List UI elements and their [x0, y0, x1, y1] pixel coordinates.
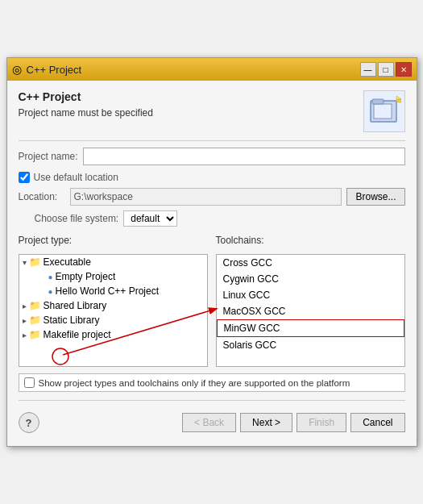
tree-item-shared-library[interactable]: ▸ 📁 Shared Library: [19, 298, 207, 313]
platform-label: Show project types and toolchains only i…: [39, 378, 350, 388]
header-icon: [363, 90, 405, 132]
tree-label-hello-world: Hello World C++ Project: [56, 285, 160, 297]
tree-item-empty-project[interactable]: ● Empty Project: [19, 269, 207, 284]
tree-item-executable[interactable]: ▾ 📁 Executable: [19, 255, 207, 269]
toolchain-panel: Cross GCC Cygwin GCC Linux GCC MacOSX GC…: [216, 254, 405, 367]
window-icon: ◎: [12, 63, 22, 76]
tree-label-empty-project: Empty Project: [56, 271, 116, 282]
toolchain-mingw-gcc[interactable]: MinGW GCC: [217, 319, 404, 337]
tree-expand-icon-3: ▸: [23, 316, 27, 325]
title-bar-left: ◎ C++ Project: [12, 63, 82, 76]
window-title: C++ Project: [27, 64, 82, 76]
minimize-button[interactable]: —: [360, 62, 376, 77]
tree-expand-icon-4: ▸: [23, 331, 27, 339]
tree-item-static-library[interactable]: ▸ 📁 Static Library: [19, 313, 207, 327]
filesystem-row: Choose file system: default: [19, 210, 405, 227]
toolchain-cygwin-gcc[interactable]: Cygwin GCC: [217, 271, 404, 287]
default-location-checkbox[interactable]: [19, 172, 30, 183]
location-row: Location: Browse...: [19, 188, 405, 206]
project-type-label: Project type:: [19, 235, 208, 246]
folder-icon-4: 📁: [29, 329, 41, 340]
tree-label-static-library: Static Library: [44, 314, 100, 326]
toolchain-linux-gcc[interactable]: Linux GCC: [217, 287, 404, 303]
project-name-input[interactable]: [83, 148, 405, 165]
back-button[interactable]: < Back: [182, 413, 236, 432]
default-location-label: Use default location: [34, 172, 118, 183]
toolchain-solaris-gcc[interactable]: Solaris GCC: [217, 337, 404, 353]
project-icon-svg: [367, 94, 401, 128]
title-bar: ◎ C++ Project — □ ✕: [7, 58, 417, 81]
panels-container: ▾ 📁 Executable ● Empty Project ● Hello W…: [19, 254, 405, 367]
header-error-message: Project name must be specified: [19, 106, 357, 120]
platform-checkbox-row: Show project types and toolchains only i…: [19, 373, 405, 392]
main-window: ◎ C++ Project — □ ✕ C++ Project Project …: [6, 57, 417, 447]
tree-expand-icon: ▾: [23, 258, 27, 267]
title-bar-controls: — □ ✕: [360, 62, 412, 77]
divider-2: [19, 400, 405, 401]
tree-label-makefile: Makefile project: [44, 329, 111, 340]
toolchain-cross-gcc[interactable]: Cross GCC: [217, 255, 404, 271]
toolchains-label: Toolchains:: [216, 235, 405, 246]
finish-button[interactable]: Finish: [297, 413, 346, 432]
next-button[interactable]: Next >: [240, 413, 292, 432]
folder-icon-3: 📁: [29, 314, 41, 326]
button-row: ? < Back Next > Finish Cancel: [19, 407, 405, 436]
svg-rect-2: [372, 99, 384, 104]
header-text: C++ Project Project name must be specifi…: [19, 90, 357, 120]
nav-buttons: < Back Next > Finish Cancel: [182, 413, 404, 432]
project-name-label: Project name:: [19, 151, 78, 162]
project-type-panel: ▾ 📁 Executable ● Empty Project ● Hello W…: [19, 254, 208, 367]
cancel-button[interactable]: Cancel: [350, 413, 404, 432]
tree-item-hello-world[interactable]: ● Hello World C++ Project: [19, 284, 207, 298]
bullet-icon-2: ●: [48, 287, 53, 296]
browse-button[interactable]: Browse...: [346, 188, 404, 206]
close-button[interactable]: ✕: [396, 62, 412, 77]
divider-1: [19, 140, 405, 141]
help-button[interactable]: ?: [19, 412, 39, 433]
tree-label-shared-library: Shared Library: [44, 300, 107, 311]
location-input[interactable]: [70, 188, 342, 206]
tree-label-executable: Executable: [44, 256, 91, 268]
default-location-row: Use default location: [19, 172, 405, 183]
filesystem-label: Choose file system:: [35, 213, 119, 224]
project-name-row: Project name:: [19, 148, 405, 165]
bullet-icon: ●: [48, 273, 53, 281]
filesystem-select[interactable]: default: [123, 210, 177, 227]
toolchain-macosx-gcc[interactable]: MacOSX GCC: [217, 303, 404, 319]
header-section: C++ Project Project name must be specifi…: [19, 90, 405, 132]
location-label: Location:: [19, 191, 65, 202]
folder-icon: 📁: [29, 256, 41, 268]
header-title: C++ Project: [19, 90, 357, 103]
svg-rect-1: [374, 104, 392, 119]
platform-checkbox[interactable]: [24, 377, 35, 388]
svg-marker-3: [396, 96, 401, 99]
dialog-content: C++ Project Project name must be specifi…: [7, 81, 417, 446]
maximize-button[interactable]: □: [378, 62, 394, 77]
folder-icon-2: 📁: [29, 300, 41, 311]
tree-expand-icon-2: ▸: [23, 302, 27, 310]
tree-item-makefile[interactable]: ▸ 📁 Makefile project: [19, 327, 207, 342]
